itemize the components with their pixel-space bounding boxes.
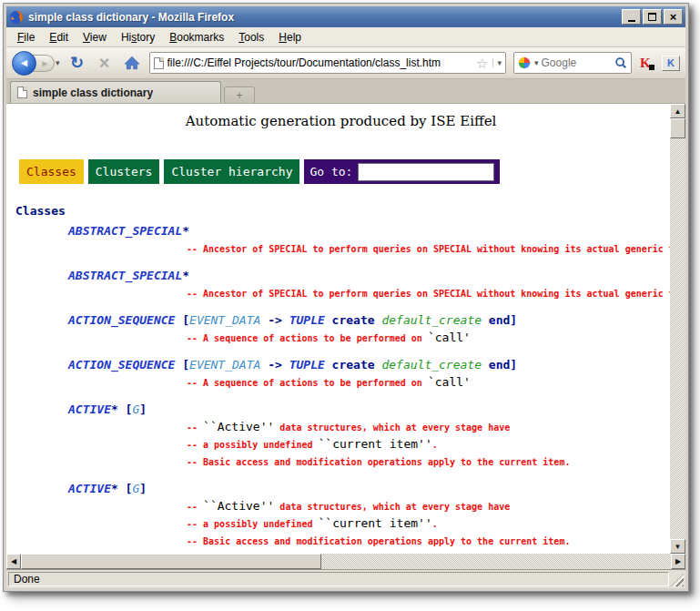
forward-icon: ►: [41, 58, 50, 68]
document-body: Automatic generation produced by ISE Eif…: [6, 104, 670, 554]
menu-item-history[interactable]: History: [114, 28, 162, 46]
window-title: simple class dictionary - Mozilla Firefo…: [28, 11, 620, 24]
class-entry: ABSTRACT_SPECIAL*-- Ancestor of SPECIAL …: [12, 223, 670, 257]
class-entry: ACTION_SEQUENCE [EVENT_DATA -> TUPLE cre…: [12, 312, 670, 346]
scroll-up-icon[interactable]: ▲: [670, 104, 685, 118]
menu-item-view[interactable]: View: [76, 28, 114, 46]
class-comment: -- A sequence of actions to be performed…: [187, 329, 670, 346]
class-link[interactable]: ACTION_SEQUENCE [EVENT_DATA -> TUPLE cre…: [68, 312, 670, 329]
home-button[interactable]: [122, 52, 142, 74]
goto-box: Go to:: [304, 159, 500, 184]
status-text: Done: [14, 573, 40, 586]
title-bar: simple class dictionary - Mozilla Firefo…: [6, 6, 685, 27]
class-entry: ABSTRACT_SPECIAL*-- Ancestor of SPECIAL …: [12, 268, 670, 301]
vertical-scroll-track[interactable]: [670, 138, 685, 539]
search-engine-dropdown-icon[interactable]: ▾: [534, 58, 539, 67]
tab-label: simple class dictionary: [33, 87, 153, 99]
reload-button[interactable]: ↻: [67, 52, 87, 74]
tab-bar: simple class dictionary +: [6, 79, 685, 104]
class-comment: -- a possibly undefined ``current item''…: [187, 435, 670, 453]
goto-label: Go to:: [309, 165, 352, 178]
resize-grip[interactable]: [671, 574, 684, 586]
search-box[interactable]: ▾: [513, 52, 632, 74]
back-forward-cluster: ◄ ► ▾: [12, 51, 60, 76]
minimize-button[interactable]: [622, 9, 641, 25]
clusters-button[interactable]: Clusters: [88, 159, 160, 184]
menu-item-file[interactable]: File: [10, 28, 42, 46]
menu-item-help[interactable]: Help: [271, 28, 309, 46]
menu-item-tools[interactable]: Tools: [231, 28, 271, 46]
google-engine-icon[interactable]: [518, 56, 531, 69]
class-link[interactable]: ACTIVE* [G]: [68, 402, 670, 418]
menu-item-bookmarks[interactable]: Bookmarks: [162, 28, 231, 46]
class-comment: -- Ancestor of SPECIAL to perform querie…: [187, 239, 670, 257]
scroll-left-icon[interactable]: ◀: [6, 554, 21, 569]
home-icon: [124, 56, 140, 70]
new-tab-button[interactable]: +: [224, 87, 255, 103]
search-input[interactable]: [542, 56, 612, 69]
maximize-button[interactable]: [643, 9, 662, 25]
vertical-scrollbar[interactable]: ▲ ▼: [670, 104, 685, 554]
page-content: Automatic generation produced by ISE Eif…: [6, 104, 685, 569]
history-dropdown-icon[interactable]: ▾: [56, 58, 60, 67]
horizontal-scroll-thumb[interactable]: [21, 554, 321, 569]
goto-input[interactable]: [358, 163, 494, 181]
vertical-scroll-thumb[interactable]: [670, 118, 685, 138]
class-link[interactable]: ABSTRACT_SPECIAL*: [68, 223, 670, 239]
page-icon: [154, 57, 164, 69]
close-button[interactable]: ×: [664, 9, 683, 25]
class-comment: -- Basic access and modification operati…: [187, 532, 670, 549]
scroll-right-icon[interactable]: ▶: [671, 554, 685, 569]
firefox-icon: [9, 10, 24, 25]
url-input[interactable]: [167, 56, 472, 69]
bookmark-star-icon[interactable]: ☆: [476, 56, 488, 70]
back-icon: ◄: [19, 56, 30, 69]
search-icon[interactable]: [614, 56, 627, 69]
url-dropdown-icon[interactable]: ▾: [492, 58, 502, 67]
tab-simple-class-dictionary[interactable]: simple class dictionary: [10, 81, 221, 103]
class-entry: ACTIVE* [G]-- ``Active'' data structures…: [12, 481, 670, 549]
class-link[interactable]: ABSTRACT_SPECIAL*: [68, 268, 670, 284]
horizontal-scrollbar[interactable]: ◀ ▶: [6, 554, 685, 569]
horizontal-scroll-track[interactable]: [321, 554, 671, 569]
k-addon-button[interactable]: K: [662, 56, 680, 71]
class-entries: ABSTRACT_SPECIAL*-- Ancestor of SPECIAL …: [12, 223, 670, 554]
tab-page-icon: [17, 87, 27, 98]
class-entry: ACTIVE* [G]-- ``Active'' data structures…: [12, 402, 670, 470]
stop-button[interactable]: ×: [95, 52, 115, 74]
class-link[interactable]: ACTIVE* [G]: [68, 481, 670, 497]
class-comment: -- a possibly undefined ``current item''…: [187, 514, 670, 532]
class-link[interactable]: ACTION_SEQUENCE [EVENT_DATA -> TUPLE cre…: [68, 357, 670, 373]
class-comment: -- Ancestor of SPECIAL to perform querie…: [187, 284, 670, 301]
cluster-hierarchy-button[interactable]: Cluster hierarchy: [164, 159, 299, 184]
class-comment: -- Basic access and modification operati…: [187, 453, 670, 470]
page-title: Automatic generation produced by ISE Eif…: [12, 113, 670, 129]
status-bar: Done: [6, 569, 685, 588]
page-nav-row: Classes Clusters Cluster hierarchy Go to…: [19, 159, 500, 184]
class-comment: -- ``Active'' data structures, which at …: [187, 418, 670, 435]
classes-button[interactable]: Classes: [19, 159, 84, 184]
class-entry: ACTION_SEQUENCE [EVENT_DATA -> TUPLE cre…: [12, 357, 670, 391]
section-title-classes: Classes: [15, 204, 670, 218]
browser-window: simple class dictionary - Mozilla Firefo…: [3, 3, 689, 592]
menu-bar: FileEditViewHistoryBookmarksToolsHelp: [6, 27, 685, 47]
menu-item-edit[interactable]: Edit: [42, 28, 76, 46]
url-bar[interactable]: ☆ ▾: [149, 52, 506, 74]
navigation-toolbar: ◄ ► ▾ ↻ × ☆ ▾: [6, 47, 685, 79]
class-comment: -- A sequence of actions to be performed…: [187, 373, 670, 391]
scroll-down-icon[interactable]: ▼: [670, 539, 685, 554]
back-button[interactable]: ◄: [12, 51, 36, 76]
kaspersky-icon[interactable]: K: [639, 56, 654, 70]
class-comment: -- ``Active'' data structures, which at …: [187, 497, 670, 514]
